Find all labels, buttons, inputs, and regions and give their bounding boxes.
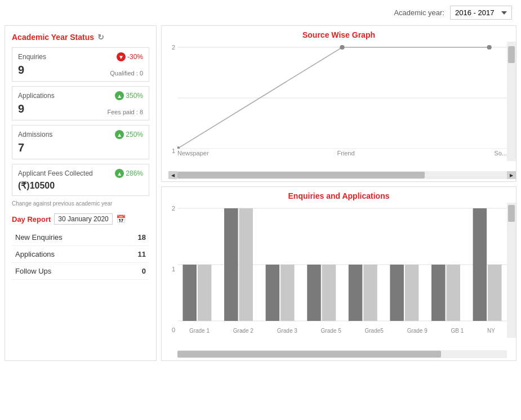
stat-sub-applications: Fees paid : 8 xyxy=(107,109,143,115)
bar-chart-title: Enquiries and Applications xyxy=(162,187,516,203)
x-label-grade5: Grade 5 xyxy=(321,328,341,334)
bar-gb1-app xyxy=(446,265,460,321)
scroll-left-arrow[interactable]: ◀ xyxy=(168,171,177,179)
row-value-followups: 0 xyxy=(119,263,149,280)
table-row: New Enquiries 18 xyxy=(12,229,149,246)
table-row: Applications 11 xyxy=(12,246,149,263)
right-panel: Source Wise Graph 1 2 xyxy=(161,25,516,361)
panel-title: Academic Year Status ↻ xyxy=(12,33,149,42)
source-wise-chart: Source Wise Graph 1 2 xyxy=(161,25,516,182)
x-label-grade2: Grade 2 xyxy=(233,328,253,334)
bar-ny-enq xyxy=(473,208,487,321)
day-report-title: Day Report xyxy=(12,215,51,224)
academic-year-select[interactable]: 2015 - 20162016 - 20172017 - 2018 xyxy=(450,6,512,20)
right-scrollbar-thumb-bar xyxy=(508,205,515,222)
data-point-newspaper xyxy=(177,146,180,149)
up-icon-admissions: ▲ xyxy=(115,130,124,139)
main-layout: Academic Year Status ↻ Enquiries ▼ -30% … xyxy=(0,25,521,365)
stat-label-fees: Applicant Fees Collected xyxy=(18,169,93,177)
x-label-grade1: Grade 1 xyxy=(189,328,210,334)
bar-grade1-app xyxy=(198,265,212,321)
bar-grade9-app xyxy=(405,265,419,321)
bar-gb1-enq xyxy=(431,265,446,321)
up-icon-applications: ▲ xyxy=(115,91,124,100)
change-text-enquiries: -30% xyxy=(127,53,143,61)
x-label-grade3: Grade 3 xyxy=(277,328,297,334)
data-point-friend xyxy=(340,45,344,50)
stat-card-applications: Applications ▲ 350% 9 Fees paid : 8 xyxy=(12,86,149,120)
left-panel: Academic Year Status ↻ Enquiries ▼ -30% … xyxy=(5,25,157,361)
row-value-new-enquiries: 18 xyxy=(119,229,149,246)
day-report-date[interactable]: 30 January 2020 xyxy=(54,213,112,225)
x-label-grade5b: Grade5 xyxy=(365,328,384,334)
stat-sub-enquiries: Qualified : 0 xyxy=(110,70,143,77)
bar-grade5b-enq xyxy=(349,265,363,321)
change-text-fees: 286% xyxy=(126,169,143,177)
bar-chart-svg xyxy=(177,203,507,327)
source-wise-title: Source Wise Graph xyxy=(162,26,516,42)
scroll-right-arrow[interactable]: ▶ xyxy=(507,171,516,179)
change-note: Change against previous academic year xyxy=(12,200,149,207)
bar-grade2-app xyxy=(239,208,253,321)
row-label-applications: Applications xyxy=(12,246,119,263)
x-label-gb1: GB 1 xyxy=(451,328,464,334)
bottom-scrollbar-thumb-bar xyxy=(177,351,441,358)
change-text-applications: 350% xyxy=(126,92,143,100)
y-label-1: 1 xyxy=(162,148,175,154)
stat-value-admissions: 7 xyxy=(18,141,24,154)
stat-card-fees: Applicant Fees Collected ▲ 286% (₹)10500 xyxy=(12,164,149,196)
stat-value-enquiries: 9 xyxy=(18,64,24,77)
stat-change-admissions: ▲ 250% xyxy=(115,130,143,139)
stat-value-fees: (₹)10500 xyxy=(18,180,55,191)
day-report-section: Day Report 30 January 2020 📅 New Enquiri… xyxy=(12,213,149,280)
x-label-newspaper: Newspaper xyxy=(177,150,209,157)
calendar-icon[interactable]: 📅 xyxy=(116,215,126,224)
x-label-so: So... xyxy=(494,150,507,157)
change-text-admissions: 250% xyxy=(126,131,143,138)
bottom-scrollbar-source[interactable]: ▶ ◀ xyxy=(177,171,507,179)
bar-grade5-enq xyxy=(307,265,321,321)
right-scrollbar-bar[interactable] xyxy=(507,203,516,338)
bottom-scrollbar-thumb-source xyxy=(177,172,425,178)
right-scrollbar-source[interactable] xyxy=(507,42,516,161)
stat-label-applications: Applications xyxy=(18,92,55,100)
x-label-grade9: Grade 9 xyxy=(407,328,428,334)
up-icon-fees: ▲ xyxy=(115,169,124,178)
table-row: Follow Ups 0 xyxy=(12,263,149,280)
bottom-scrollbar-bar[interactable] xyxy=(177,350,507,358)
bar-y-label-1: 1 xyxy=(162,266,175,272)
x-label-ny: NY xyxy=(487,328,495,334)
bar-grade3-enq xyxy=(266,265,280,321)
stat-value-applications: 9 xyxy=(18,102,24,115)
day-report-table: New Enquiries 18 Applications 11 Follow … xyxy=(12,229,149,280)
bar-chart-container: Enquiries and Applications 0 1 2 xyxy=(161,186,516,361)
academic-year-label: Academic year: xyxy=(394,8,444,17)
refresh-icon[interactable]: ↻ xyxy=(97,33,104,42)
bar-ny-app xyxy=(488,265,502,321)
bar-grade3-app xyxy=(280,265,295,321)
x-label-friend: Friend xyxy=(337,150,354,157)
bar-grade9-enq xyxy=(390,265,404,321)
bar-y-label-0: 0 xyxy=(162,327,175,333)
top-bar: Academic year: 2015 - 20162016 - 2017201… xyxy=(0,0,521,25)
row-label-followups: Follow Ups xyxy=(12,263,119,280)
stat-card-admissions: Admissions ▲ 250% 7 xyxy=(12,125,149,159)
academic-year-status-title: Academic Year Status xyxy=(12,33,94,42)
stat-label-enquiries: Enquiries xyxy=(18,53,46,61)
data-point-so xyxy=(487,45,491,50)
stat-change-enquiries: ▼ -30% xyxy=(117,52,143,61)
stat-card-enquiries: Enquiries ▼ -30% 9 Qualified : 0 xyxy=(12,47,149,82)
down-icon-enquiries: ▼ xyxy=(117,52,126,61)
row-label-new-enquiries: New Enquiries xyxy=(12,229,119,246)
y-label-2: 2 xyxy=(162,44,175,51)
row-value-applications: 11 xyxy=(119,246,149,263)
bar-grade1-enq xyxy=(182,265,197,321)
bar-y-label-2: 2 xyxy=(162,205,175,212)
bar-grade5b-app xyxy=(363,265,377,321)
right-scrollbar-thumb-source xyxy=(508,46,515,63)
stat-change-applications: ▲ 350% xyxy=(115,91,143,100)
bar-grade2-enq xyxy=(224,208,238,321)
stat-change-fees: ▲ 286% xyxy=(115,169,143,178)
day-report-header: Day Report 30 January 2020 📅 xyxy=(12,213,149,225)
bar-grade5-app xyxy=(322,265,336,321)
